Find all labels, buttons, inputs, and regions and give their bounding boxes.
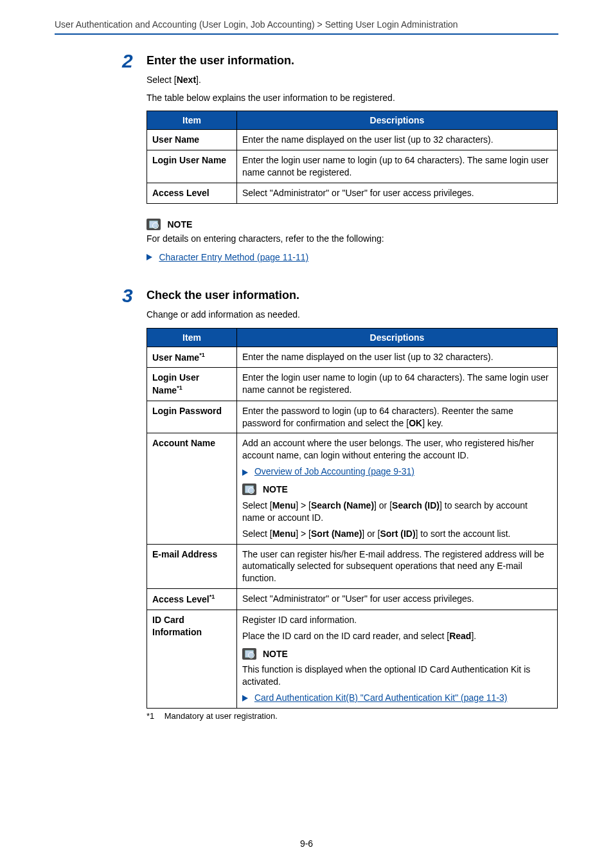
table-row: Account Name Add an account where the us… [147, 433, 558, 544]
character-entry-link[interactable]: Character Entry Method (page 11-11) [159, 252, 308, 262]
table-row: User Name Enter the name displayed on th… [147, 130, 558, 150]
th-item: Item [147, 111, 237, 130]
job-accounting-link[interactable]: Overview of Job Accounting (page 9-31) [254, 466, 414, 476]
step-number-3: 3 [122, 285, 133, 307]
cell-desc: Select "Administrator" or "User" for use… [237, 183, 558, 203]
step-3-title: Check the user information. [147, 289, 558, 302]
cell-item: E-mail Address [147, 544, 237, 589]
cell-desc: Enter the password to login (up to 64 ch… [237, 401, 558, 433]
card-auth-kit-link[interactable]: Card Authentication Kit(B) "Card Authent… [254, 692, 508, 703]
table-row: Access Level*1 Select "Administrator" or… [147, 589, 558, 610]
step-number-2: 2 [122, 50, 133, 72]
step-3-table: Item Descriptions User Name*1 Enter the … [147, 328, 558, 709]
footnote-text: Mandatory at user registration. [164, 711, 278, 721]
th-item: Item [147, 328, 237, 347]
label: Name [152, 385, 177, 395]
arrow-right-icon [242, 469, 248, 476]
next-bold: Next [177, 75, 196, 85]
text: Place the ID card on the ID card reader,… [242, 630, 552, 642]
note-label: NOTE [263, 648, 288, 658]
step-2-title: Enter the user information. [147, 54, 558, 68]
table-row: ID Card Information Register ID card inf… [147, 610, 558, 708]
text: This function is displayed when the opti… [242, 664, 552, 688]
note-text: For details on entering characters, refe… [147, 233, 558, 246]
text: Select [ [147, 75, 177, 85]
table-row: Login User Name Enter the login user nam… [147, 150, 558, 183]
note-icon [242, 648, 256, 660]
label: User Name [152, 352, 199, 362]
text: Select [Menu] > [Search (Name)] or [Sear… [242, 500, 552, 524]
step-2-table: Item Descriptions User Name Enter the na… [147, 111, 558, 204]
text: Select [Menu] > [Sort (Name)] or [Sort (… [242, 528, 552, 540]
cell-desc: Select "Administrator" or "User" for use… [237, 589, 558, 610]
step-3-section: 3 Check the user information. Change or … [55, 289, 558, 709]
text: Add an account where the user belongs. T… [242, 437, 552, 462]
label: Information [152, 627, 202, 637]
cell-item: Login Password [147, 401, 237, 433]
step-2-select-line: Select [Next]. [147, 74, 558, 87]
text: ]. [196, 75, 201, 85]
text: Register ID card information. [242, 614, 552, 626]
table-row: User Name*1 Enter the name displayed on … [147, 347, 558, 368]
breadcrumb: User Authentication and Accounting (User… [55, 19, 558, 35]
cell-item: ID Card Information [147, 610, 237, 708]
label: ID Card [152, 615, 184, 625]
step-2-note: NOTE For details on entering characters,… [147, 218, 558, 263]
table-row: Login Password Enter the password to log… [147, 401, 558, 433]
ok-bold: OK [409, 418, 422, 428]
cell-desc: Register ID card information. Place the … [237, 610, 558, 708]
cell-desc: Add an account where the user belongs. T… [237, 433, 558, 544]
arrow-right-icon [242, 695, 248, 701]
cell-desc: Enter the name displayed on the user lis… [237, 347, 558, 368]
footnote-mark: *1 [199, 352, 205, 358]
table-row: Login User Name*1 Enter the login user n… [147, 368, 558, 401]
cell-desc: Enter the login user name to login (up t… [237, 368, 558, 401]
step-3-intro: Change or add information as needed. [147, 309, 558, 321]
cell-item: Access Level [147, 183, 237, 203]
text: Enter the password to login (up to 64 ch… [242, 406, 513, 428]
text: ] key. [422, 418, 443, 428]
cell-item: Login User Name*1 [147, 368, 237, 401]
cell-desc: Enter the login user name to login (up t… [237, 150, 558, 183]
th-desc: Descriptions [237, 111, 558, 130]
note-icon [242, 484, 256, 495]
cell-desc: Enter the name displayed on the user lis… [237, 130, 558, 150]
step-2-section: 2 Enter the user information. Select [Ne… [55, 54, 558, 263]
cell-item: Access Level*1 [147, 589, 237, 610]
cell-desc: The user can register his/her E-mail add… [237, 544, 558, 589]
arrow-right-icon [147, 254, 152, 260]
cell-item: User Name [147, 130, 237, 150]
table-row: E-mail Address The user can register his… [147, 544, 558, 589]
cell-item: User Name*1 [147, 347, 237, 368]
page-number: 9-6 [0, 838, 613, 849]
note-label: NOTE [167, 219, 192, 230]
footnote: *1 Mandatory at user registration. [55, 711, 558, 721]
footnote-mark: *1 [209, 593, 215, 600]
label: Login User [152, 372, 199, 383]
footnote-mark: *1 [147, 711, 162, 721]
cell-item: Login User Name [147, 150, 237, 183]
step-2-intro: The table below explains the user inform… [147, 92, 558, 105]
footnote-mark: *1 [177, 384, 182, 391]
table-row: Access Level Select "Administrator" or "… [147, 183, 558, 203]
cell-item: Account Name [147, 433, 237, 544]
note-icon [147, 219, 161, 230]
th-desc: Descriptions [237, 328, 558, 347]
note-label: NOTE [263, 484, 288, 494]
label: Access Level [152, 594, 209, 604]
